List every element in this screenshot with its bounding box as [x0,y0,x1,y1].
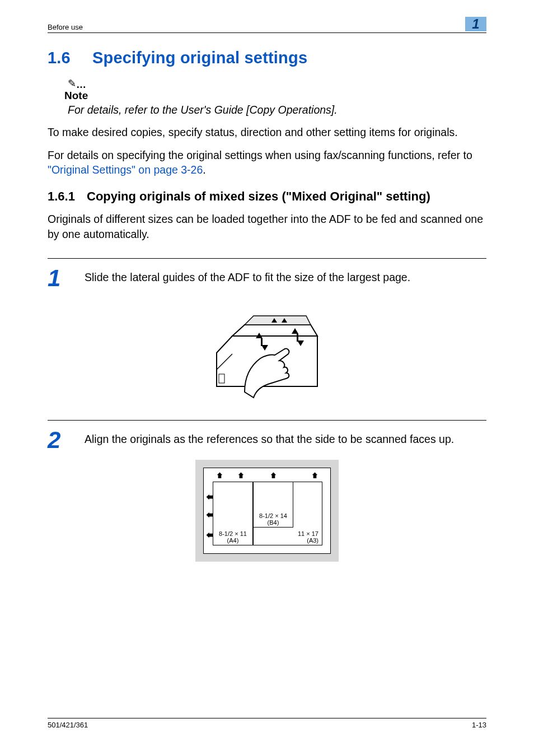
ellipsis-icon: … [76,79,87,90]
step-text: Align the originals as the references so… [85,430,486,446]
svg-rect-3 [261,338,263,346]
subsection-title: Copying originals of mixed sizes ("Mixed… [87,189,430,204]
paragraph-text: . [203,164,205,176]
chapter-number-badge: 1 [465,17,486,31]
step-text: Slide the lateral guides of the ADF to f… [85,268,486,284]
arrow-up-icon: 🡅 [216,472,223,480]
breadcrumb: Before use [48,23,83,31]
note-block: ✎… Note For details, refer to the User's… [68,77,486,117]
cross-reference-link[interactable]: "Original Settings" on page 3-26 [48,164,203,176]
figure-adf-illustration [48,302,486,403]
paper-size-sublabel: (A4) [213,537,252,544]
arrow-up-icon: 🡅 [270,472,277,480]
subsection-number: 1.6.1 [48,189,87,204]
paragraph: To make desired copies, specify status, … [48,125,486,139]
page-footer: 501/421/361 1-13 [48,718,486,729]
step-number: 2 [48,430,85,451]
arrow-up-icon: 🡅 [311,472,318,480]
step-item: 1 Slide the lateral guides of the ADF to… [48,268,486,289]
paper-size-sublabel: (A3) [254,537,318,544]
footer-model: 501/421/361 [48,721,88,729]
svg-rect-2 [219,374,224,383]
subsection-heading: 1.6.1 Copying originals of mixed sizes (… [48,189,486,204]
page-header: Before use 1 [48,17,486,33]
paper-size-label: 8-1/2 × 14 [254,512,293,519]
divider [48,258,486,259]
step-number: 1 [48,268,85,289]
figure-paper-size-diagram: 🡅 🡅 🡅 🡅 🡄 🡄 🡄 8-1/2 × 11 (A4) 11 × 17 (A… [195,460,339,562]
section-number: 1.6 [48,49,92,67]
paper-size-label: 8-1/2 × 11 [213,530,252,537]
step-item: 2 Align the originals as the references … [48,430,486,451]
section-heading: 1.6Specifying original settings [48,49,486,67]
arrow-up-icon: 🡅 [237,472,245,480]
paragraph: Originals of different sizes can be load… [48,212,486,241]
divider [48,420,486,421]
paper-size-sublabel: (B4) [254,519,293,526]
pencil-icon: ✎ [68,78,76,89]
note-label: Note [64,90,486,102]
section-title: Specifying original settings [92,49,307,67]
footer-page-number: 1-13 [472,721,486,729]
note-body: For details, refer to the User's Guide [… [68,103,486,117]
paper-size-label: 11 × 17 [254,530,318,537]
svg-rect-4 [297,334,298,342]
paragraph-text: For details on specifying the original s… [48,149,472,161]
paragraph: For details on specifying the original s… [48,148,486,178]
